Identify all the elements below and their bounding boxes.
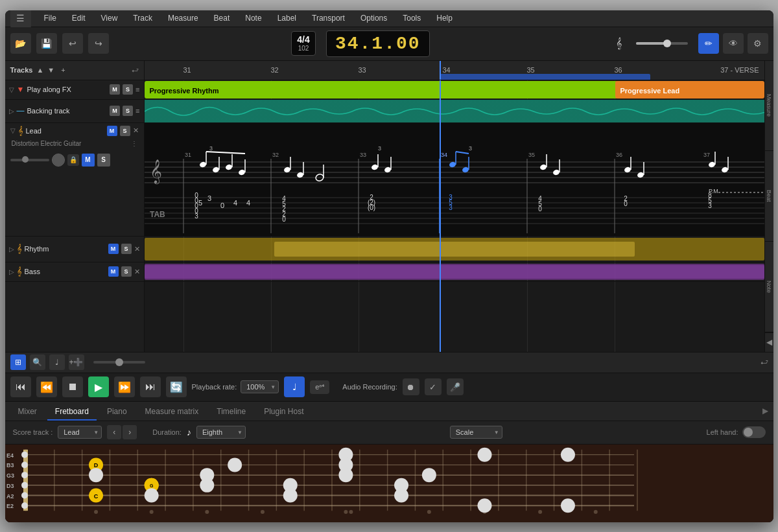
grid-view-btn[interactable]: ⊞ bbox=[10, 354, 26, 370]
track-play-along-solo[interactable]: S bbox=[123, 84, 133, 95]
score-track-select[interactable]: Lead Rhythm Bass bbox=[58, 426, 102, 439]
menu-file[interactable]: File bbox=[41, 12, 59, 24]
instrument-name: Distortion Electric Guitar bbox=[12, 140, 82, 147]
waveform-svg bbox=[145, 100, 764, 122]
track-bass-collapse[interactable]: ▷ bbox=[9, 268, 14, 275]
menu-beat[interactable]: Beat bbox=[211, 12, 233, 24]
tracks-add-btn[interactable]: + bbox=[61, 66, 65, 74]
audio-rec-check-btn[interactable]: ✓ bbox=[425, 378, 442, 395]
go-start-btn[interactable]: ⏮ bbox=[10, 376, 31, 397]
duration-select[interactable]: Whole Half Quarter Eighth Sixteenth bbox=[196, 426, 246, 439]
track-play-along-mute[interactable]: M bbox=[110, 84, 120, 95]
fast-forward-btn[interactable]: ⏩ bbox=[114, 376, 135, 397]
track-lead-name: Lead bbox=[26, 127, 104, 135]
fretboard-svg: E4B3G3D3A2E2DCGC bbox=[5, 445, 773, 516]
track-lead-close[interactable]: ✕ bbox=[133, 126, 139, 135]
track-bass-close[interactable]: ✕ bbox=[134, 268, 140, 276]
tab-piano[interactable]: Piano bbox=[99, 404, 135, 421]
svg-text:D3: D3 bbox=[6, 482, 14, 489]
pitch-btn[interactable]: eᵃ⁴ bbox=[310, 380, 329, 394]
arranger-collapse-btn[interactable]: ◀ bbox=[765, 332, 773, 352]
pencil-tool-button[interactable]: ✏ bbox=[698, 33, 719, 54]
track-rhythm-solo[interactable]: S bbox=[121, 244, 132, 254]
fretboard-next-btn[interactable]: › bbox=[123, 425, 137, 439]
rewind-btn[interactable]: ⏪ bbox=[36, 376, 57, 397]
scale-select[interactable]: Scale Chromatic Major Minor bbox=[450, 426, 502, 439]
track-lead-collapse[interactable]: ▽ bbox=[10, 127, 16, 134]
play-btn[interactable]: ▶ bbox=[88, 376, 109, 397]
hamburger-menu[interactable]: ☰ bbox=[10, 10, 31, 29]
master-volume-slider[interactable] bbox=[636, 42, 688, 45]
audio-rec-record-btn[interactable]: ⏺ bbox=[403, 378, 419, 395]
track-bass-mute[interactable]: M bbox=[108, 266, 119, 277]
go-end-btn[interactable]: ⏭ bbox=[140, 376, 161, 397]
toolbar: 📂 💾 ↩ ↪ 4/4 102 34.1.00 𝄞 ✏ 👁 ⚙ bbox=[5, 27, 773, 61]
playback-rate-select[interactable]: 50% 75% 100% 125% 150% bbox=[241, 380, 279, 393]
track-lead-solo[interactable]: S bbox=[120, 126, 130, 136]
lead-s-btn[interactable]: S bbox=[97, 154, 110, 167]
track-play-along-options[interactable]: ≡ bbox=[136, 86, 139, 93]
lead-lock-btn[interactable]: 🔒 bbox=[67, 154, 79, 166]
track-backing-options[interactable]: ≡ bbox=[136, 107, 139, 115]
lead-m-btn[interactable]: M bbox=[82, 154, 95, 167]
tab-plugin-host[interactable]: Plugin Host bbox=[256, 404, 311, 421]
save-button[interactable]: 💾 bbox=[36, 33, 57, 54]
track-backing-solo[interactable]: S bbox=[123, 106, 133, 116]
svg-point-52 bbox=[552, 168, 560, 176]
track-bass-solo[interactable]: S bbox=[121, 266, 132, 277]
menu-track[interactable]: Track bbox=[130, 12, 155, 24]
menu-tools[interactable]: Tools bbox=[400, 12, 423, 24]
track-rhythm-mute[interactable]: M bbox=[108, 244, 119, 254]
svg-point-142 bbox=[593, 510, 597, 514]
fretboard-prev-btn[interactable]: ‹ bbox=[107, 425, 121, 439]
audio-rec-settings-btn[interactable]: 🎤 bbox=[447, 378, 464, 395]
instrument-options[interactable]: ⋮ bbox=[131, 140, 137, 147]
note-btn[interactable]: ♩ bbox=[49, 354, 65, 370]
tab-timeline[interactable]: Timeline bbox=[209, 404, 253, 421]
open-file-button[interactable]: 📂 bbox=[10, 33, 31, 54]
menu-measure[interactable]: Measure bbox=[165, 12, 201, 24]
menu-view[interactable]: View bbox=[99, 12, 121, 24]
measure-side-label[interactable]: Measure bbox=[765, 61, 773, 152]
undo-button[interactable]: ↩ bbox=[62, 33, 83, 54]
track-play-along-collapse[interactable]: ▽ bbox=[9, 86, 14, 93]
left-hand-label: Left hand: bbox=[707, 428, 738, 436]
toolbar-right: ✏ 👁 ⚙ bbox=[698, 33, 768, 54]
loop-btn[interactable]: 🔄 bbox=[166, 376, 187, 397]
zoom-slider[interactable] bbox=[93, 361, 145, 364]
view-toggle-button[interactable]: 👁 bbox=[723, 33, 744, 54]
track-backing-mute[interactable]: M bbox=[110, 106, 120, 116]
fretboard[interactable]: E4B3G3D3A2E2DCGC bbox=[5, 445, 773, 522]
tracks-up-btn[interactable]: ▲ bbox=[36, 66, 43, 74]
tab-measure-matrix[interactable]: Measure matrix bbox=[137, 404, 207, 421]
tab-mixer[interactable]: Mixer bbox=[10, 404, 45, 421]
menu-transport[interactable]: Transport bbox=[309, 12, 348, 24]
zoom-slider-handle[interactable] bbox=[115, 358, 123, 366]
bottom-tab-arrow[interactable]: ▶ bbox=[762, 406, 768, 415]
tab-fretboard[interactable]: Fretboard bbox=[47, 404, 97, 421]
redo-button[interactable]: ↪ bbox=[88, 33, 109, 54]
section-collapse-btn[interactable]: ⮐ bbox=[760, 358, 768, 367]
beat-side-label[interactable]: Beat bbox=[765, 151, 773, 242]
menu-help[interactable]: Help bbox=[434, 12, 455, 24]
track-rhythm-close[interactable]: ✕ bbox=[134, 245, 140, 253]
settings-button[interactable]: ⚙ bbox=[748, 33, 768, 54]
lead-volume-slider[interactable] bbox=[10, 159, 49, 161]
left-hand-toggle[interactable] bbox=[742, 426, 766, 438]
track-backing-collapse[interactable]: ▷ bbox=[9, 108, 14, 115]
stop-btn[interactable]: ⏹ bbox=[62, 376, 83, 397]
menu-edit[interactable]: Edit bbox=[69, 12, 88, 24]
metronome-btn[interactable]: ♩ bbox=[284, 376, 305, 397]
menu-note[interactable]: Note bbox=[242, 12, 264, 24]
track-rhythm-collapse[interactable]: ▷ bbox=[9, 246, 14, 253]
track-lead-mute[interactable]: M bbox=[107, 126, 117, 136]
tracks-collapse-all[interactable]: ⮐ bbox=[132, 66, 139, 74]
tracks-down-btn[interactable]: ▼ bbox=[47, 66, 54, 74]
svg-text:32: 32 bbox=[272, 152, 279, 158]
menu-options[interactable]: Options bbox=[358, 12, 390, 24]
voice-btn[interactable]: +➕ bbox=[69, 354, 84, 370]
note-side-label[interactable]: Note bbox=[765, 242, 773, 332]
lead-pan-knob[interactable] bbox=[52, 154, 65, 167]
menu-label[interactable]: Label bbox=[275, 12, 299, 24]
zoom-btn[interactable]: 🔍 bbox=[30, 354, 45, 370]
